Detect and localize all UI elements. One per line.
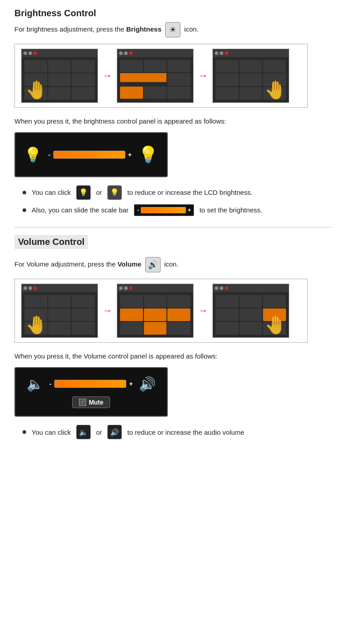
volume-bullet1-mid: or — [96, 427, 102, 438]
volume-panel-row1: 🔈 - + 🔊 — [27, 376, 156, 392]
volume-bullet1-pre: You can click — [32, 427, 71, 438]
bulb-dim-icon: 💡 — [24, 146, 42, 163]
brightness-intro-text: For brightness adjustment, press the — [14, 25, 126, 33]
brightness-slider-wrap: - + — [48, 151, 132, 159]
volume-bullet1-post: to reduce or increase the audio volume — [127, 427, 244, 438]
brightness-bullet2-post: to set the brightness. — [199, 204, 262, 216]
volume-bullet-list: You can click 🔈 or 🔊 to reduce or increa… — [23, 425, 332, 439]
bulb-small-bright-icon: 💡 — [107, 185, 122, 200]
slider-plus-label: + — [128, 151, 132, 158]
brightness-steps-row: 🤚 → → — [14, 44, 308, 108]
volume-bullet1: You can click 🔈 or 🔊 to reduce or increa… — [23, 425, 332, 439]
vol-slider-plus: + — [129, 380, 133, 387]
scale-bar-fill — [141, 207, 186, 213]
volume-icon-inline: 🔊 — [145, 257, 161, 272]
bulb-bright-icon: 💡 — [138, 145, 158, 164]
bullet-dot1 — [23, 191, 26, 194]
mute-label: Mute — [89, 399, 104, 406]
brightness-bullet2-pre: Also, you can slide the scale bar — [32, 204, 129, 216]
arrow1: → — [102, 70, 112, 82]
volume-bold: Volume — [117, 260, 141, 268]
volume-heading: Volume Control — [14, 235, 88, 249]
volume-step1-screen: 🤚 — [21, 284, 98, 338]
brightness-intro-para: For brightness adjustment, press the Bri… — [14, 22, 332, 37]
brightness-intro-end: icon. — [184, 25, 198, 33]
brightness-bullet-list: You can click 💡 or 💡 to reduce or increa… — [23, 185, 332, 216]
brightness-step1-screen: 🤚 — [21, 49, 98, 103]
brightness-heading: Brightness Control — [14, 8, 332, 18]
brightness-bullet1: You can click 💡 or 💡 to reduce or increa… — [23, 185, 332, 200]
section-divider — [14, 227, 332, 228]
volume-intro-end: icon. — [164, 260, 179, 268]
scale-plus: + — [188, 206, 191, 215]
volume-mute-row: ✓ Mute — [72, 396, 111, 408]
vol-arrow1: → — [102, 305, 112, 317]
brightness-slider-bar — [53, 151, 125, 159]
volume-intro-para: For Volume adjustment, press the Volume … — [14, 257, 332, 272]
volume-hand1-icon: 🤚 — [25, 314, 48, 336]
volume-intro-text: For Volume adjustment, press the — [14, 260, 117, 268]
brightness-step3-screen: 🤚 — [212, 49, 289, 103]
speaker-loud-icon: 🔊 — [139, 376, 156, 392]
volume-step2-screen — [117, 284, 194, 338]
speaker-dim-icon: 🔈 — [27, 376, 43, 392]
volume-hand3-icon: 🤚 — [264, 314, 287, 336]
brightness-bullet1-mid: or — [96, 187, 102, 198]
arrow2: → — [198, 70, 208, 82]
scale-minus: - — [137, 206, 139, 215]
mute-checkbox: ✓ — [79, 399, 86, 406]
brightness-hand1-icon: 🤚 — [25, 79, 48, 101]
vol-slider-minus: - — [50, 380, 52, 387]
brightness-panel: 💡 - + 💡 — [14, 132, 168, 177]
bulb-small-dim-icon: 💡 — [76, 185, 91, 200]
volume-steps-row: 🤚 → → — [14, 279, 308, 343]
volume-panel: 🔈 - + 🔊 ✓ Mute — [14, 367, 168, 417]
volume-section-header: Volume Control — [14, 235, 332, 253]
volume-slider-bar — [54, 380, 126, 388]
inline-scale-bar: - + — [134, 204, 194, 216]
brightness-bold: Brightness — [126, 25, 161, 33]
brightness-bullet1-pre: You can click — [32, 187, 71, 198]
brightness-hand3-icon: 🤚 — [264, 79, 287, 101]
slider-minus-label: - — [48, 151, 51, 158]
brightness-bullet1-post: to reduce or increase the LCD brightness… — [127, 187, 253, 198]
volume-slider-wrap: - + — [50, 380, 133, 388]
brightness-icon-inline: ☀ — [165, 22, 180, 37]
vol-arrow2: → — [198, 305, 208, 317]
brightness-bullet2: Also, you can slide the scale bar - + to… — [23, 204, 332, 216]
brightness-step2-screen — [117, 49, 194, 103]
speaker-small-loud-icon: 🔊 — [107, 425, 122, 439]
mute-button[interactable]: ✓ Mute — [72, 396, 111, 408]
speaker-small-dim-icon: 🔈 — [76, 425, 91, 439]
volume-step3-screen: 🤚 — [212, 284, 289, 338]
vol-bullet-dot1 — [23, 430, 26, 434]
bullet-dot2 — [23, 208, 26, 212]
brightness-panel-desc: When you press it, the brightness contro… — [14, 116, 332, 127]
volume-panel-desc: When you press it, the Volume control pa… — [14, 351, 332, 362]
